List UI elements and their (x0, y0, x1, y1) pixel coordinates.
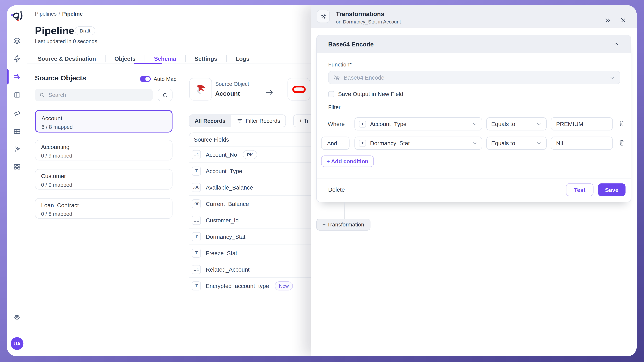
oracle-logo-icon (292, 83, 306, 95)
tab-separator (185, 55, 186, 62)
field-type-decimal-icon: .00 (192, 199, 201, 208)
sidebar-item-megaphone[interactable] (13, 110, 21, 118)
chevron-up-icon[interactable] (613, 41, 620, 47)
tab-schema[interactable]: Schema (151, 55, 179, 62)
field-name: Available_Balance (206, 184, 253, 190)
source-object-card-account[interactable]: Account 6 / 8 mapped (35, 110, 173, 133)
field-type-text-icon: T (192, 248, 201, 257)
field-name: Encrypted_account_type (206, 282, 269, 289)
source-object-card-loan-contract[interactable]: Loan_Contract 0 / 8 mapped (35, 198, 173, 219)
app-logo-icon (11, 10, 24, 22)
segment-label: All Records (195, 118, 226, 124)
auto-map-toggle[interactable] (140, 76, 151, 82)
test-button[interactable]: Test (566, 183, 594, 196)
column-divider (180, 64, 180, 330)
delete-condition-icon[interactable] (618, 120, 625, 127)
object-name: Loan_Contract (41, 202, 166, 208)
chevron-down-icon (339, 141, 344, 146)
shuffle-icon (317, 10, 330, 23)
user-avatar[interactable]: UA (11, 337, 24, 350)
transformation-name: Base64 Encode (328, 41, 374, 48)
source-objects-heading: Source Objects (35, 74, 86, 83)
breadcrumb-root[interactable]: Pipelines (35, 11, 57, 17)
close-panel-icon[interactable] (620, 17, 627, 24)
condition-field-value: Dormancy_Stat (370, 140, 472, 147)
collapse-panel-icon[interactable] (604, 17, 611, 24)
tab-source-destination[interactable]: Source & Destination (35, 55, 99, 62)
subtitle-on: on (336, 19, 342, 25)
filter-condition-row: Where T Account_Type Equals to (317, 117, 631, 131)
field-name: Freeze_Stat (206, 250, 237, 256)
subtitle-object: Account (383, 19, 401, 25)
source-object-card-accounting[interactable]: Accounting 0 / 9 mapped (35, 140, 173, 161)
tab-settings[interactable]: Settings (192, 55, 220, 62)
transformation-card-header[interactable]: Base64 Encode (317, 35, 631, 53)
delete-transformation-button[interactable]: Delete (328, 186, 345, 193)
sidebar-item-apps[interactable] (13, 163, 21, 171)
source-object-card-customer[interactable]: Customer 0 / 9 mapped (35, 169, 173, 189)
search-input[interactable] (48, 92, 149, 98)
condition-join-select[interactable]: And (321, 137, 350, 150)
condition-field-select[interactable]: T Account_Type (354, 117, 482, 131)
field-name: Dormancy_Stat (206, 233, 246, 240)
auto-map-label: Auto Map (154, 76, 176, 82)
function-label: Function* (328, 61, 352, 68)
page-tabs: Source & Destination Objects Schema Sett… (35, 53, 252, 64)
panel-title: Transformations (336, 10, 384, 17)
condition-value-input[interactable] (551, 117, 613, 131)
tab-objects[interactable]: Objects (112, 55, 138, 62)
segment-label: Filter Records (246, 118, 280, 124)
object-mapped-count: 0 / 8 mapped (41, 211, 166, 217)
sidebar-item-layout[interactable] (13, 91, 21, 99)
field-type-text-icon: T (192, 167, 201, 176)
arrow-right-icon (264, 87, 274, 97)
condition-field-select[interactable]: T Dormancy_Stat (354, 137, 482, 150)
save-output-row: Save Output in New Field (328, 91, 403, 97)
chevron-down-icon (472, 121, 478, 127)
object-name: Account (42, 115, 166, 121)
sidebar-item-zap[interactable] (13, 55, 21, 63)
settings-gear-icon[interactable] (13, 313, 21, 321)
tab-separator (105, 55, 106, 62)
status-badge: Draft (75, 26, 95, 35)
card-footer-divider (317, 178, 631, 179)
function-select[interactable]: Base64 Encode (328, 71, 620, 84)
condition-operator-value: Equals to (491, 121, 536, 127)
condition-operator-select[interactable]: Equals to (486, 117, 547, 131)
condition-join-label: Where (328, 117, 345, 131)
filter-condition-row: And T Dormancy_Stat Equals to (317, 137, 631, 150)
save-button[interactable]: Save (598, 183, 626, 196)
field-type-text-icon: T (192, 232, 201, 241)
field-type-text-icon: T (359, 140, 366, 147)
delete-condition-icon[interactable] (618, 140, 625, 147)
condition-operator-select[interactable]: Equals to (486, 137, 547, 150)
object-mapped-count: 0 / 9 mapped (41, 153, 166, 159)
search-input-wrapper (35, 89, 153, 101)
field-name: Current_Balance (206, 200, 249, 207)
sidebar-item-layers[interactable] (13, 37, 21, 45)
condition-value-input[interactable] (551, 137, 613, 150)
tab-logs[interactable]: Logs (233, 55, 252, 62)
field-name: Account_No (206, 151, 237, 158)
field-type-int-icon: ±1 (192, 150, 201, 159)
breadcrumb: Pipelines/Pipeline (35, 11, 83, 17)
chevron-down-icon (609, 74, 616, 81)
chevron-down-icon (536, 140, 542, 146)
object-name: Customer (41, 173, 166, 179)
chevron-down-icon (536, 121, 542, 127)
sql-server-logo-icon (194, 82, 208, 96)
all-records-segment[interactable]: All Records (190, 115, 231, 127)
panel-header: Transformations on Dormancy_Stat in Acco… (311, 5, 637, 27)
window-frame: UA Pipelines/Pipeline Pipeline Draft Las… (0, 0, 644, 362)
filter-records-segment[interactable]: Filter Records (231, 115, 286, 127)
sidebar: UA (7, 5, 27, 356)
sidebar-item-sparkles[interactable] (13, 145, 21, 153)
breadcrumb-current: Pipeline (62, 11, 83, 17)
add-transformation-button[interactable]: + Transformation (316, 219, 370, 231)
refresh-button[interactable] (158, 89, 172, 101)
sidebar-item-pipelines[interactable] (13, 73, 21, 81)
tab-separator (144, 55, 145, 62)
save-output-checkbox[interactable] (328, 91, 334, 97)
sidebar-item-table[interactable] (13, 128, 21, 136)
add-condition-button[interactable]: + Add condition (321, 156, 374, 167)
